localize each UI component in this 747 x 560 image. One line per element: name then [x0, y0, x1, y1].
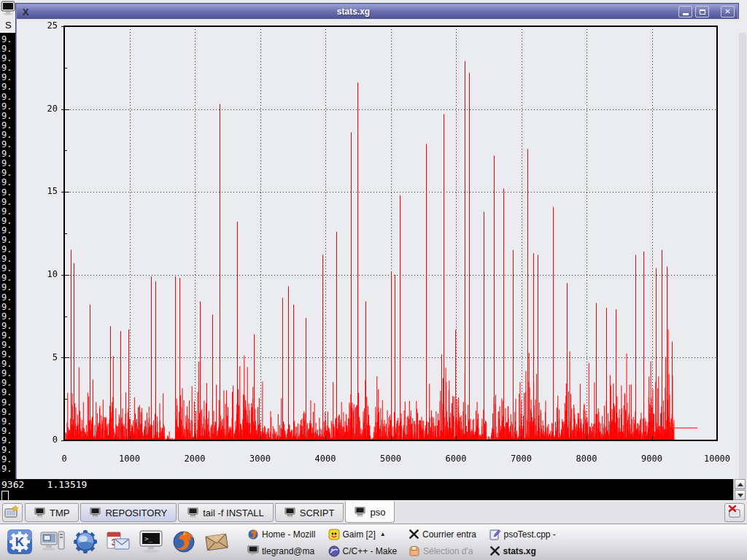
launcher-kmenu-icon[interactable]: K: [6, 527, 34, 556]
terminal-tab-icon: [355, 507, 365, 517]
taskbar: Home - MozillGaim [2]▲Courrier entrapsoT…: [245, 526, 568, 559]
session-tab-label: tail -f INSTALL: [203, 508, 264, 518]
session-tab-label: TMP: [50, 508, 69, 518]
taskbar-item-gaim-2-[interactable]: Gaim [2]▲: [326, 526, 407, 542]
maximize-icon: [700, 9, 705, 15]
terminal-mini-icon: [247, 545, 259, 556]
firefox-icon: [171, 529, 196, 554]
close-button[interactable]: ✕: [721, 6, 735, 18]
minimize-icon: [683, 13, 689, 15]
session-tab-script[interactable]: SCRIPT: [275, 503, 344, 522]
arrow-up-icon: [738, 483, 743, 486]
group-expand-arrow-icon[interactable]: ▲: [380, 531, 386, 537]
desktop-screen: S 9. 9. 9. 9. 9. 9. 9. 9. 9. 9. 9. 9. 9.…: [0, 0, 747, 560]
session-tab-tmp[interactable]: TMP: [25, 503, 79, 522]
stats-titlebar[interactable]: X stats.xg ✕: [17, 4, 738, 19]
svg-text:>_: >_: [144, 535, 152, 542]
firefox-mini-icon: [247, 529, 259, 540]
kmail-icon: [204, 529, 229, 554]
arrow-down-icon: [738, 494, 743, 497]
taskbar-item-label: stats.xg: [503, 546, 536, 556]
taskbar-item-label: psoTest.cpp -: [504, 529, 556, 540]
launcher-konqueror-icon[interactable]: [71, 527, 99, 556]
launcher-konsole-icon[interactable]: >_: [137, 527, 165, 556]
selection-mini-icon: [409, 545, 420, 557]
taskbar-item-label: Home - Mozill: [262, 529, 315, 540]
session-tab-repository[interactable]: REPOSITORY: [80, 503, 177, 522]
session-tab-tail-f-install[interactable]: tail -f INSTALL: [178, 503, 274, 522]
terminal-tab-icon: [34, 508, 45, 518]
launcher-kontact-icon[interactable]: 3: [104, 527, 132, 556]
session-tab-label: SCRIPT: [300, 508, 335, 518]
terminal-tab-icon: [285, 508, 295, 518]
kontact-icon: 3: [106, 529, 131, 554]
taskbar-item-s-lection-d-a[interactable]: Sélection d'a: [406, 542, 487, 559]
session-tab-label: REPOSITORY: [105, 508, 167, 518]
svg-text:K: K: [15, 535, 25, 549]
launcher-system-icon[interactable]: [39, 527, 66, 556]
launcher-kmail-icon[interactable]: [203, 527, 231, 556]
window-title: stats.xg: [31, 7, 676, 17]
terminal-tab-icon: [90, 508, 101, 518]
xgraph-chart-canvas: [17, 19, 739, 479]
editor-mini-icon: [489, 529, 501, 540]
terminal-status-line: 9362 1.13519: [1, 479, 87, 490]
gaim-mini-icon: [328, 529, 340, 540]
konqueror-icon: [73, 529, 98, 554]
maximize-button[interactable]: [695, 6, 709, 18]
x-app-mini-icon: [489, 545, 500, 556]
scrollbar-up-button[interactable]: [735, 479, 746, 489]
close-session-icon: [727, 505, 742, 521]
taskbar-item-c-c-make[interactable]: C/C++ - Make: [326, 542, 407, 559]
quick-launch-area: K3>_: [6, 527, 231, 556]
taskbar-item-label: Sélection d'a: [423, 546, 473, 556]
plot-area: [17, 19, 739, 479]
kmenu-icon: K: [7, 529, 33, 555]
konsole-titlebar-icon: [1, 1, 15, 15]
session-tabs: TMPREPOSITORYtail -f INSTALLSCRIPTpso: [25, 501, 396, 524]
taskbar-item-label: tlegrand@ma: [262, 546, 314, 556]
new-session-icon: [4, 505, 20, 521]
taskbar-item-home-mozill[interactable]: Home - Mozill: [245, 526, 326, 542]
taskbar-item-stats-xg[interactable]: stats.xg: [487, 542, 568, 559]
taskbar-item-label: C/C++ - Make: [343, 546, 398, 556]
taskbar-item-label: Gaim [2]: [343, 529, 376, 540]
stats-window: X stats.xg ✕: [15, 3, 739, 479]
terminal-tab-icon: [187, 508, 198, 518]
scrollbar-down-button[interactable]: [735, 490, 746, 500]
x-app-mini-icon: [409, 529, 419, 540]
close-icon: ✕: [724, 8, 730, 15]
taskbar-item-courrier-entra[interactable]: Courrier entra: [406, 526, 487, 542]
launcher-firefox-icon[interactable]: [170, 527, 198, 556]
session-tab-label: pso: [370, 507, 385, 518]
terminal-cursor: [1, 491, 9, 501]
eclipse-mini-icon: [328, 545, 340, 557]
menu-session[interactable]: S: [5, 20, 12, 31]
konsole-icon: >_: [139, 529, 163, 554]
system-icon: [40, 529, 65, 554]
taskbar-item-label: Courrier entra: [422, 529, 476, 540]
close-session-button[interactable]: [724, 503, 745, 522]
x11-app-icon: X: [20, 7, 31, 17]
session-tab-pso[interactable]: pso: [345, 501, 395, 523]
minimize-button[interactable]: [678, 6, 692, 18]
taskbar-item-tlegrand-ma[interactable]: tlegrand@ma: [245, 542, 326, 559]
konsole-tabbar: TMPREPOSITORYtail -f INSTALLSCRIPTpso: [0, 500, 747, 524]
taskbar-item-psotest-cpp-[interactable]: psoTest.cpp -: [487, 526, 568, 542]
new-session-button[interactable]: [2, 503, 23, 522]
kicker-panel: K3>_ Home - MozillGaim [2]▲Courrier entr…: [0, 524, 747, 560]
